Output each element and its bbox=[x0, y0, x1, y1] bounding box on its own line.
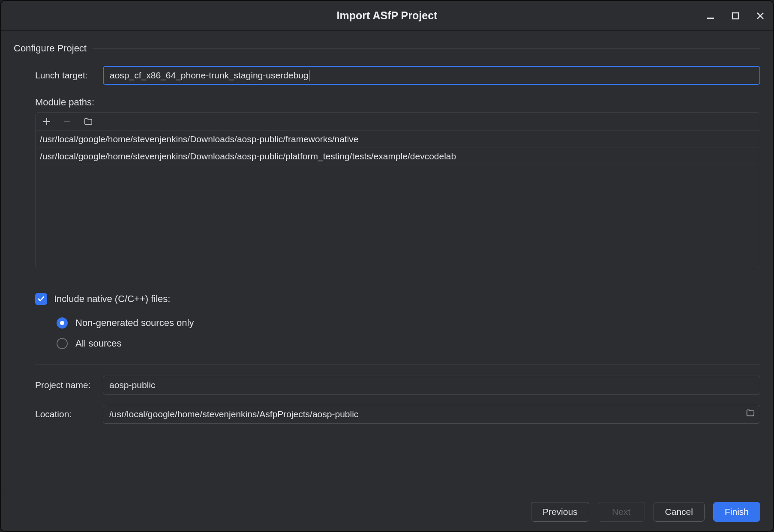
include-native-checkbox[interactable] bbox=[35, 293, 47, 305]
dialog-content: Configure Project Lunch target: aosp_cf_… bbox=[1, 31, 773, 492]
project-name-row: Project name: bbox=[14, 376, 760, 395]
radio-all-sources[interactable]: All sources bbox=[57, 333, 760, 354]
window-controls bbox=[705, 1, 766, 31]
list-item[interactable]: /usr/local/google/home/stevenjenkins/Dow… bbox=[36, 148, 760, 165]
native-sources-radio-group: Non-generated sources only All sources bbox=[14, 313, 760, 354]
list-body: /usr/local/google/home/stevenjenkins/Dow… bbox=[36, 131, 760, 268]
minimize-icon[interactable] bbox=[705, 10, 717, 22]
include-native-label: Include native (C/C++) files: bbox=[54, 293, 170, 305]
cancel-button[interactable]: Cancel bbox=[654, 502, 705, 522]
project-name-input[interactable] bbox=[103, 376, 760, 395]
location-label: Location: bbox=[14, 409, 103, 419]
module-paths-list: /usr/local/google/home/stevenjenkins/Dow… bbox=[35, 112, 760, 268]
dialog-footer: Previous Next Cancel Finish bbox=[1, 492, 773, 531]
dialog-window: Import ASfP Project Configure Project Lu… bbox=[0, 0, 774, 532]
titlebar: Import ASfP Project bbox=[1, 1, 773, 31]
include-native-row: Include native (C/C++) files: bbox=[14, 293, 760, 305]
radio-label: All sources bbox=[75, 338, 122, 349]
project-name-label: Project name: bbox=[14, 380, 103, 390]
section-title: Configure Project bbox=[14, 43, 87, 54]
browse-folder-icon[interactable] bbox=[746, 409, 755, 420]
folder-icon[interactable] bbox=[84, 117, 93, 126]
radio-label: Non-generated sources only bbox=[75, 317, 194, 329]
finish-button[interactable]: Finish bbox=[713, 502, 760, 522]
close-icon[interactable] bbox=[754, 10, 766, 22]
radio-non-generated[interactable]: Non-generated sources only bbox=[57, 313, 760, 333]
lunch-target-row: Lunch target: aosp_cf_x86_64_phone-trunk… bbox=[14, 66, 760, 85]
location-input[interactable] bbox=[103, 405, 760, 424]
svg-rect-1 bbox=[732, 13, 738, 19]
lunch-target-label: Lunch target: bbox=[14, 70, 103, 81]
list-toolbar bbox=[36, 113, 760, 131]
maximize-icon[interactable] bbox=[729, 10, 741, 22]
previous-button[interactable]: Previous bbox=[531, 502, 589, 522]
location-row: Location: bbox=[14, 405, 760, 424]
next-button[interactable]: Next bbox=[598, 502, 645, 522]
radio-button[interactable] bbox=[57, 338, 68, 349]
module-paths-label: Module paths: bbox=[14, 97, 760, 108]
section-header: Configure Project bbox=[14, 43, 760, 54]
lunch-target-input[interactable]: aosp_cf_x86_64_phone-trunk_staging-userd… bbox=[103, 66, 760, 85]
remove-icon[interactable] bbox=[63, 117, 72, 126]
window-title: Import ASfP Project bbox=[337, 9, 438, 22]
text-caret bbox=[309, 70, 309, 81]
list-item[interactable]: /usr/local/google/home/stevenjenkins/Dow… bbox=[36, 131, 760, 148]
lunch-target-value: aosp_cf_x86_64_phone-trunk_staging-userd… bbox=[110, 70, 309, 81]
add-icon[interactable] bbox=[42, 117, 51, 126]
svg-rect-0 bbox=[707, 18, 714, 19]
divider bbox=[35, 364, 760, 365]
section-rule bbox=[93, 48, 760, 49]
radio-button[interactable] bbox=[57, 317, 68, 329]
